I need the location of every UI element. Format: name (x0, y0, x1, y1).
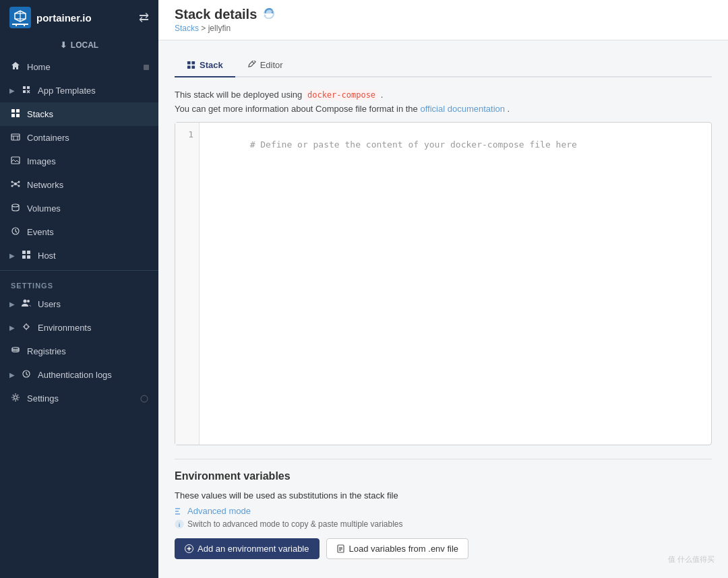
env-section-title: Environment variables (175, 470, 712, 482)
official-docs-link[interactable]: official documentation (420, 104, 505, 114)
load-env-file-label: Load variables from .env file (349, 544, 459, 554)
info-icon: i (175, 519, 184, 529)
images-icon (9, 156, 22, 167)
tab-stack[interactable]: Stack (175, 54, 235, 77)
sidebar-item-host-label: Host (38, 251, 56, 261)
svg-point-34 (14, 396, 18, 399)
svg-point-32 (12, 348, 19, 350)
sidebar-item-settings[interactable]: Settings (0, 387, 158, 410)
logo-area: portainer.io (9, 7, 92, 28)
transfer-icon-btn[interactable]: ⇄ (139, 10, 149, 25)
sidebar-item-registries-label: Registries (27, 346, 66, 356)
page-title-area: Stack details (175, 7, 274, 22)
tabs-container: Stack Editor (175, 54, 712, 77)
svg-rect-8 (11, 109, 15, 113)
line-numbers: 1 (175, 123, 200, 445)
add-env-variable-button[interactable]: Add an environment variable (175, 538, 320, 559)
settings-badge-icon (140, 394, 149, 404)
sidebar-item-app-templates[interactable]: ▶ App Templates (0, 79, 158, 102)
info-line1: This stack will be deployed using docker… (175, 90, 712, 100)
breadcrumb-stacks-link[interactable]: Stacks (175, 24, 199, 33)
local-arrow-icon: ⬇ (60, 40, 67, 50)
svg-rect-7 (144, 65, 149, 70)
home-icon (9, 61, 22, 73)
svg-rect-11 (16, 114, 20, 117)
users-icon (20, 298, 32, 310)
code-placeholder: # Define or paste the content of your do… (250, 139, 577, 150)
sidebar-item-images-label: Images (27, 156, 56, 166)
watermark: 值 什么值得买 (668, 554, 715, 565)
svg-line-40 (252, 62, 254, 64)
app-templates-icon (20, 85, 32, 96)
env-buttons-row: Add an environment variable Load variabl… (175, 538, 712, 559)
sidebar-item-networks[interactable]: Networks (0, 173, 158, 197)
sidebar-item-settings-label: Settings (27, 393, 59, 404)
tab-editor[interactable]: Editor (235, 54, 295, 77)
sidebar-item-users[interactable]: ▶ Users (0, 292, 158, 316)
svg-rect-39 (191, 65, 195, 69)
env-section-divider (175, 459, 712, 459)
load-env-icon (336, 544, 345, 553)
containers-icon (9, 132, 22, 143)
content-area: Stack Editor This stack will be deployed… (158, 40, 728, 578)
logo-icon (9, 7, 31, 28)
switch-hint-text: Switch to advanced mode to copy & paste … (187, 519, 403, 529)
settings-icon (9, 393, 22, 404)
breadcrumb: Stacks > jellyfin (175, 24, 274, 33)
sidebar-item-events-label: Events (27, 227, 54, 237)
auth-logs-chevron: ▶ (9, 371, 15, 379)
sidebar-item-volumes[interactable]: Volumes (0, 197, 158, 220)
info-line1-pre: This stack will be deployed using (175, 90, 302, 100)
sidebar-item-home[interactable]: Home (0, 55, 158, 79)
line-number-1: 1 (188, 129, 193, 139)
svg-rect-36 (187, 61, 191, 65)
page-title: Stack details (175, 7, 257, 22)
sidebar-item-networks-label: Networks (27, 180, 63, 190)
load-env-file-button[interactable]: Load variables from .env file (326, 538, 469, 559)
code-content[interactable]: # Define or paste the content of your do… (200, 123, 711, 445)
sidebar-item-containers[interactable]: Containers (0, 126, 158, 150)
events-icon (9, 226, 22, 238)
logo-text: portainer.io (36, 12, 92, 24)
svg-point-23 (12, 204, 19, 207)
local-label: LOCAL (71, 40, 98, 50)
svg-rect-12 (11, 134, 20, 140)
sidebar-item-home-label: Home (27, 62, 51, 72)
advanced-mode-link[interactable]: Advanced mode (175, 506, 712, 516)
volumes-icon (9, 203, 22, 214)
registries-icon (9, 346, 22, 357)
sidebar-divider (0, 270, 158, 271)
sidebar-item-containers-label: Containers (27, 133, 69, 143)
add-env-variable-label: Add an environment variable (198, 544, 309, 554)
svg-point-31 (24, 325, 28, 329)
app-templates-chevron: ▶ (9, 87, 15, 94)
svg-rect-9 (16, 109, 20, 113)
sidebar-item-environments[interactable]: ▶ Environments (0, 316, 158, 340)
local-header: ⬇ LOCAL (0, 35, 158, 55)
sidebar-header: portainer.io ⇄ (0, 0, 158, 35)
svg-rect-10 (11, 114, 15, 117)
sidebar-item-stacks[interactable]: Stacks (0, 102, 158, 126)
info-line2: You can get more information about Compo… (175, 104, 712, 114)
sidebar-item-auth-logs-label: Authentication logs (38, 370, 112, 380)
auth-logs-icon (20, 369, 32, 381)
environments-chevron: ▶ (9, 324, 15, 331)
users-chevron: ▶ (9, 300, 15, 308)
svg-rect-38 (187, 65, 191, 69)
sidebar-item-registries[interactable]: Registries (0, 340, 158, 363)
main-content: Stack details Stacks > jellyfin Stack Ed… (158, 0, 728, 578)
sidebar-item-events[interactable]: Events (0, 220, 158, 244)
refresh-icon[interactable] (264, 8, 274, 22)
topbar: Stack details Stacks > jellyfin (158, 0, 728, 40)
sidebar-item-volumes-label: Volumes (27, 203, 61, 214)
environments-icon (20, 322, 32, 333)
sidebar-item-host[interactable]: ▶ Host (0, 244, 158, 267)
add-env-icon (185, 544, 193, 553)
sidebar-item-images[interactable]: Images (0, 150, 158, 173)
host-icon (20, 250, 32, 261)
svg-point-29 (24, 300, 27, 303)
svg-rect-25 (22, 251, 26, 254)
tab-editor-label: Editor (260, 60, 283, 70)
networks-icon (9, 179, 22, 191)
sidebar-item-auth-logs[interactable]: ▶ Authentication logs (0, 363, 158, 387)
